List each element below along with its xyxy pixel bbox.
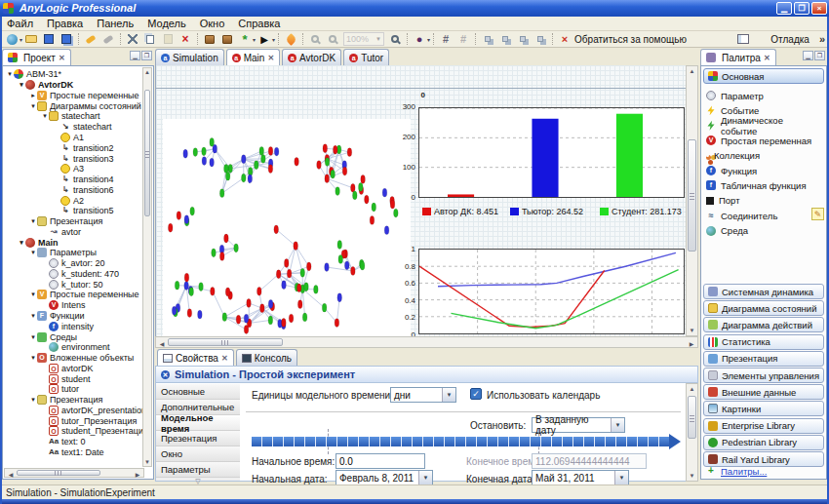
tree-item[interactable]: environment bbox=[6, 342, 142, 353]
properties-nav-item[interactable]: Основные bbox=[156, 384, 240, 400]
end-date-select[interactable]: Май 31, 2011 ▼ bbox=[532, 470, 629, 485]
collapse-icon[interactable]: ▾ bbox=[29, 333, 37, 341]
palette-section-pedestrian[interactable]: Pedestrian Library bbox=[703, 435, 824, 450]
tree-item[interactable]: ▸VПростые переменные bbox=[6, 91, 142, 101]
tree-item[interactable]: fintensity bbox=[6, 321, 142, 331]
snap-icon[interactable]: # bbox=[455, 32, 471, 47]
scroll-left-icon[interactable]: ◀ bbox=[7, 471, 15, 478]
chevron-down-icon[interactable]: ▾ bbox=[20, 36, 22, 43]
scroll-up-icon[interactable]: ▲ bbox=[687, 68, 697, 74]
palette-item-collection[interactable]: Коллекция bbox=[706, 149, 821, 163]
cut-icon[interactable] bbox=[125, 32, 140, 47]
help-link[interactable]: Обратиться за помощью bbox=[574, 34, 687, 45]
minimize-panel-icon[interactable]: ▁ bbox=[803, 51, 813, 60]
chevron-down-icon[interactable]: ▼ bbox=[611, 418, 624, 432]
chevron-down-icon[interactable]: ▼ bbox=[375, 36, 381, 42]
tab-project[interactable]: Проект ✕ bbox=[2, 49, 71, 65]
tree-item[interactable]: ▾Диаграммы состояний bbox=[6, 100, 142, 111]
editor-tab-main[interactable]: aMain✕ bbox=[226, 49, 280, 65]
palette-item-table-function[interactable]: fТабличная функция bbox=[706, 178, 821, 192]
collapse-icon[interactable]: ▾ bbox=[41, 112, 49, 120]
palette-section-main[interactable]: Основная bbox=[703, 68, 824, 84]
tree-item[interactable]: Aatext: 0 bbox=[6, 437, 142, 447]
tree-item[interactable]: ↳transition2 bbox=[6, 142, 142, 153]
scroll-down-icon[interactable]: ▼ bbox=[687, 473, 697, 479]
tree-item[interactable]: ▾statechart bbox=[6, 111, 142, 122]
scroll-up-icon[interactable]: ▲ bbox=[143, 69, 151, 75]
stop-select[interactable]: В заданную дату ▼ bbox=[532, 417, 625, 433]
scroll-thumb[interactable] bbox=[17, 470, 100, 476]
menu-item[interactable]: Справка bbox=[231, 18, 287, 29]
tree-item[interactable]: OavtorDK bbox=[6, 363, 142, 373]
tree-item[interactable]: ▾OВложенные объекты bbox=[6, 353, 142, 364]
menu-item[interactable]: Файл bbox=[0, 18, 40, 29]
scroll-left-icon[interactable]: ◀ bbox=[158, 340, 166, 347]
tree-item[interactable]: A3 bbox=[6, 164, 142, 174]
restore-button[interactable]: ❐ bbox=[794, 2, 809, 15]
collapse-icon[interactable]: ▾ bbox=[18, 239, 25, 247]
collapse-icon[interactable]: ▾ bbox=[29, 354, 37, 362]
align1-icon[interactable] bbox=[480, 32, 495, 47]
tree-item[interactable]: ↳transition3 bbox=[6, 153, 142, 164]
chevron-down-icon[interactable]: ▾ bbox=[253, 36, 256, 43]
chevron-down-icon[interactable]: ▾ bbox=[272, 36, 275, 43]
tree-item[interactable]: Ostudent bbox=[6, 373, 142, 384]
tree-item[interactable]: ▾ABM-31* bbox=[6, 69, 142, 80]
expand-icon[interactable]: ▸ bbox=[29, 92, 37, 99]
maximize-panel-icon[interactable]: ❐ bbox=[141, 51, 152, 60]
tree-item[interactable]: ▾Main bbox=[6, 237, 142, 248]
palette-item-variable[interactable]: VПростая переменная bbox=[706, 134, 821, 147]
scroll-thumb[interactable] bbox=[168, 338, 283, 346]
scroll-up-icon[interactable]: ▲ bbox=[687, 386, 697, 392]
wrench-yellow-icon[interactable] bbox=[83, 32, 99, 47]
tree-item[interactable]: ▾FФункции bbox=[6, 311, 142, 322]
save-all-icon[interactable] bbox=[59, 32, 74, 47]
tree-item[interactable]: OavtorDK_presentation bbox=[6, 406, 142, 416]
scroll-right-icon[interactable]: ▶ bbox=[688, 340, 695, 347]
collapse-icon[interactable]: ▾ bbox=[18, 81, 25, 89]
scroll-right-icon[interactable]: ▶ bbox=[134, 471, 141, 478]
scroll-thumb[interactable] bbox=[688, 396, 696, 439]
tree-item[interactable]: ↝avtor bbox=[6, 226, 142, 237]
chevron-down-icon[interactable]: ▼ bbox=[418, 471, 432, 485]
properties-tab-properties[interactable]: Свойства✕ bbox=[157, 349, 234, 366]
collapse-icon[interactable]: ▾ bbox=[29, 396, 37, 404]
properties-nav-item[interactable]: Модельное время bbox=[156, 415, 240, 431]
close-button[interactable]: × bbox=[811, 2, 827, 15]
zoom-level-combo[interactable]: 100%▼ bbox=[343, 32, 384, 46]
chevron-down-icon[interactable]: ▼ bbox=[442, 388, 455, 402]
tree-item[interactable]: ▾AvtorDK bbox=[6, 80, 142, 91]
tree-item[interactable]: VIntens bbox=[6, 300, 142, 311]
menu-item[interactable]: Панель bbox=[90, 18, 140, 29]
tree-item[interactable]: ↳transition4 bbox=[6, 174, 142, 185]
close-icon[interactable]: ✕ bbox=[221, 354, 228, 363]
tree-item[interactable]: ▾VПростые переменные bbox=[6, 290, 142, 300]
canvas-hscrollbar[interactable]: ◀ ▶ bbox=[155, 336, 698, 348]
menu-item[interactable]: Модель bbox=[140, 18, 192, 29]
help-icon[interactable]: × bbox=[557, 32, 572, 47]
chevron-down-icon[interactable]: ▾ bbox=[427, 36, 430, 43]
palette-item-environment[interactable]: Среда bbox=[706, 224, 821, 238]
collapse-icon[interactable]: ▾ bbox=[29, 249, 37, 256]
tree-item[interactable]: ▾Презентация bbox=[6, 395, 142, 406]
close-icon[interactable]: ✕ bbox=[267, 54, 274, 62]
menu-item[interactable]: Окно bbox=[193, 18, 232, 29]
scroll-down-icon[interactable]: ▼ bbox=[143, 459, 151, 465]
zoom-in-icon[interactable] bbox=[307, 32, 323, 47]
run-icon[interactable]: ▶ bbox=[257, 32, 272, 47]
start-date-select[interactable]: Февраль 8, 2011 ▼ bbox=[336, 470, 433, 485]
project-vscrollbar[interactable]: ▲ ▼ bbox=[142, 67, 152, 467]
palette-section-controls[interactable]: Элементы управления bbox=[703, 368, 824, 383]
scroll-thumb[interactable] bbox=[144, 90, 150, 216]
tree-item[interactable]: Otutor bbox=[6, 384, 142, 395]
tree-item[interactable]: k_tutor: 50 bbox=[6, 279, 142, 290]
tree-item[interactable]: A2 bbox=[6, 195, 142, 206]
scroll-thumb[interactable] bbox=[688, 139, 696, 252]
save-icon[interactable] bbox=[41, 32, 57, 47]
palettes-link[interactable]: +Палитры... bbox=[706, 464, 821, 478]
pencil-icon[interactable]: ✎ bbox=[811, 208, 824, 220]
close-icon[interactable]: ✕ bbox=[764, 54, 770, 62]
collapse-icon[interactable]: ▾ bbox=[6, 70, 14, 78]
collapse-icon[interactable]: ▾ bbox=[29, 291, 37, 298]
align2-icon[interactable] bbox=[497, 32, 513, 47]
